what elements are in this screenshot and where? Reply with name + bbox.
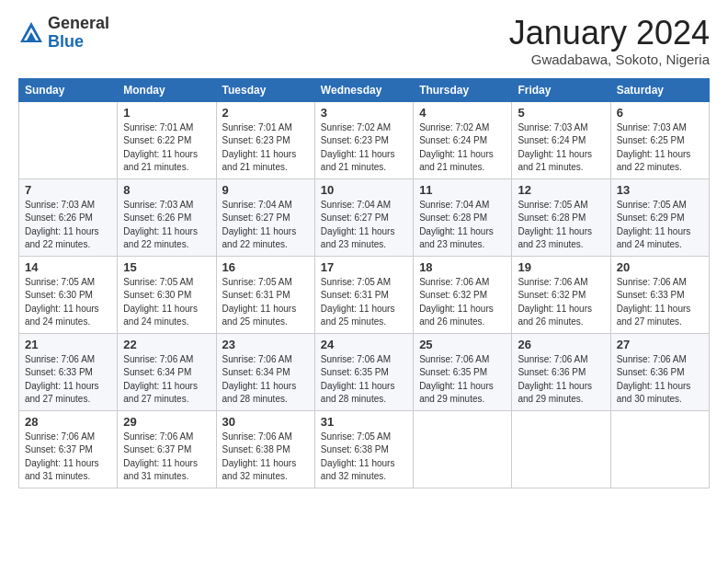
day-number: 21	[25, 338, 111, 351]
day-info: Sunrise: 7:06 AM Sunset: 6:38 PM Dayligh…	[222, 431, 309, 484]
day-number: 10	[321, 183, 407, 197]
week-row: 14Sunrise: 7:05 AM Sunset: 6:30 PM Dayli…	[19, 256, 710, 333]
logo: General Blue	[18, 15, 109, 52]
header-cell-friday: Friday	[512, 78, 610, 101]
day-info: Sunrise: 7:05 AM Sunset: 6:28 PM Dayligh…	[518, 199, 604, 252]
day-info: Sunrise: 7:06 AM Sunset: 6:36 PM Dayligh…	[518, 353, 604, 407]
day-number: 14	[25, 260, 111, 274]
day-info: Sunrise: 7:06 AM Sunset: 6:36 PM Dayligh…	[617, 353, 703, 407]
day-cell: 17Sunrise: 7:05 AM Sunset: 6:31 PM Dayli…	[314, 256, 413, 333]
day-cell: 3Sunrise: 7:02 AM Sunset: 6:23 PM Daylig…	[314, 101, 413, 178]
day-cell: 28Sunrise: 7:06 AM Sunset: 6:37 PM Dayli…	[19, 410, 118, 488]
day-info: Sunrise: 7:06 AM Sunset: 6:32 PM Dayligh…	[518, 276, 604, 329]
day-number: 19	[518, 260, 604, 274]
day-number: 1	[123, 106, 210, 120]
calendar-header: SundayMondayTuesdayWednesdayThursdayFrid…	[19, 78, 710, 101]
month-title: January 2024	[509, 15, 710, 52]
day-number: 2	[222, 106, 309, 120]
header-cell-monday: Monday	[118, 78, 216, 101]
header-cell-thursday: Thursday	[414, 78, 512, 101]
day-cell: 6Sunrise: 7:03 AM Sunset: 6:25 PM Daylig…	[610, 101, 709, 178]
logo-icon	[18, 20, 44, 46]
day-number: 5	[518, 106, 604, 120]
day-info: Sunrise: 7:06 AM Sunset: 6:34 PM Dayligh…	[222, 353, 309, 407]
day-cell: 30Sunrise: 7:06 AM Sunset: 6:38 PM Dayli…	[216, 410, 314, 488]
day-number: 11	[419, 183, 506, 197]
day-cell: 26Sunrise: 7:06 AM Sunset: 6:36 PM Dayli…	[512, 333, 610, 410]
logo-general-text: General	[48, 15, 109, 33]
location: Gwadabawa, Sokoto, Nigeria	[509, 52, 710, 67]
day-info: Sunrise: 7:05 AM Sunset: 6:29 PM Dayligh…	[617, 199, 703, 252]
day-cell: 19Sunrise: 7:06 AM Sunset: 6:32 PM Dayli…	[512, 256, 610, 333]
header-cell-wednesday: Wednesday	[314, 78, 413, 101]
day-number: 26	[518, 338, 604, 351]
day-cell: 29Sunrise: 7:06 AM Sunset: 6:37 PM Dayli…	[118, 410, 216, 488]
day-cell: 22Sunrise: 7:06 AM Sunset: 6:34 PM Dayli…	[118, 333, 216, 410]
day-number: 17	[321, 260, 407, 274]
day-info: Sunrise: 7:02 AM Sunset: 6:23 PM Dayligh…	[321, 121, 407, 175]
day-cell: 20Sunrise: 7:06 AM Sunset: 6:33 PM Dayli…	[610, 256, 709, 333]
day-info: Sunrise: 7:05 AM Sunset: 6:31 PM Dayligh…	[222, 276, 309, 329]
day-cell: 10Sunrise: 7:04 AM Sunset: 6:27 PM Dayli…	[314, 178, 413, 256]
day-info: Sunrise: 7:03 AM Sunset: 6:25 PM Dayligh…	[617, 121, 703, 175]
week-row: 7Sunrise: 7:03 AM Sunset: 6:26 PM Daylig…	[19, 178, 710, 256]
day-number: 12	[518, 183, 604, 197]
day-number: 31	[321, 415, 407, 429]
day-info: Sunrise: 7:06 AM Sunset: 6:35 PM Dayligh…	[419, 353, 506, 407]
day-cell: 12Sunrise: 7:05 AM Sunset: 6:28 PM Dayli…	[512, 178, 610, 256]
day-info: Sunrise: 7:04 AM Sunset: 6:28 PM Dayligh…	[419, 199, 506, 252]
week-row: 28Sunrise: 7:06 AM Sunset: 6:37 PM Dayli…	[19, 410, 710, 488]
day-number: 20	[617, 260, 703, 274]
week-row: 21Sunrise: 7:06 AM Sunset: 6:33 PM Dayli…	[19, 333, 710, 410]
calendar-body: 1Sunrise: 7:01 AM Sunset: 6:22 PM Daylig…	[19, 101, 710, 488]
day-number: 30	[222, 415, 309, 429]
day-cell	[512, 410, 610, 488]
day-cell: 24Sunrise: 7:06 AM Sunset: 6:35 PM Dayli…	[314, 333, 413, 410]
day-info: Sunrise: 7:06 AM Sunset: 6:33 PM Dayligh…	[617, 276, 703, 329]
day-number: 18	[419, 260, 506, 274]
day-cell: 1Sunrise: 7:01 AM Sunset: 6:22 PM Daylig…	[118, 101, 216, 178]
day-number: 28	[25, 415, 111, 429]
day-number: 15	[123, 260, 210, 274]
day-number: 7	[25, 183, 111, 197]
day-cell	[414, 410, 512, 488]
logo-text: General Blue	[48, 15, 109, 52]
day-cell: 9Sunrise: 7:04 AM Sunset: 6:27 PM Daylig…	[216, 178, 314, 256]
day-info: Sunrise: 7:05 AM Sunset: 6:30 PM Dayligh…	[123, 276, 210, 329]
day-cell: 4Sunrise: 7:02 AM Sunset: 6:24 PM Daylig…	[414, 101, 512, 178]
day-number: 25	[419, 338, 506, 351]
day-number: 22	[123, 338, 210, 351]
day-number: 8	[123, 183, 210, 197]
day-info: Sunrise: 7:06 AM Sunset: 6:37 PM Dayligh…	[123, 431, 210, 484]
header-cell-sunday: Sunday	[19, 78, 118, 101]
day-cell: 5Sunrise: 7:03 AM Sunset: 6:24 PM Daylig…	[512, 101, 610, 178]
day-number: 9	[222, 183, 309, 197]
day-number: 23	[222, 338, 309, 351]
day-cell: 2Sunrise: 7:01 AM Sunset: 6:23 PM Daylig…	[216, 101, 314, 178]
day-info: Sunrise: 7:06 AM Sunset: 6:35 PM Dayligh…	[321, 353, 407, 407]
day-number: 13	[617, 183, 703, 197]
calendar-table: SundayMondayTuesdayWednesdayThursdayFrid…	[18, 78, 710, 488]
day-cell: 13Sunrise: 7:05 AM Sunset: 6:29 PM Dayli…	[610, 178, 709, 256]
day-number: 3	[321, 106, 407, 120]
day-info: Sunrise: 7:03 AM Sunset: 6:26 PM Dayligh…	[123, 199, 210, 252]
day-cell: 15Sunrise: 7:05 AM Sunset: 6:30 PM Dayli…	[118, 256, 216, 333]
day-cell: 27Sunrise: 7:06 AM Sunset: 6:36 PM Dayli…	[610, 333, 709, 410]
header-row: SundayMondayTuesdayWednesdayThursdayFrid…	[19, 78, 710, 101]
day-cell: 16Sunrise: 7:05 AM Sunset: 6:31 PM Dayli…	[216, 256, 314, 333]
day-cell: 7Sunrise: 7:03 AM Sunset: 6:26 PM Daylig…	[19, 178, 118, 256]
day-cell: 8Sunrise: 7:03 AM Sunset: 6:26 PM Daylig…	[118, 178, 216, 256]
day-info: Sunrise: 7:06 AM Sunset: 6:34 PM Dayligh…	[123, 353, 210, 407]
day-info: Sunrise: 7:04 AM Sunset: 6:27 PM Dayligh…	[222, 199, 309, 252]
day-cell: 25Sunrise: 7:06 AM Sunset: 6:35 PM Dayli…	[414, 333, 512, 410]
day-info: Sunrise: 7:01 AM Sunset: 6:22 PM Dayligh…	[123, 121, 210, 175]
day-number: 24	[321, 338, 407, 351]
day-info: Sunrise: 7:06 AM Sunset: 6:37 PM Dayligh…	[25, 431, 111, 484]
logo-blue-text: Blue	[48, 33, 109, 52]
day-info: Sunrise: 7:05 AM Sunset: 6:31 PM Dayligh…	[321, 276, 407, 329]
day-cell: 31Sunrise: 7:05 AM Sunset: 6:38 PM Dayli…	[314, 410, 413, 488]
day-number: 6	[617, 106, 703, 120]
day-info: Sunrise: 7:04 AM Sunset: 6:27 PM Dayligh…	[321, 199, 407, 252]
day-number: 4	[419, 106, 506, 120]
day-number: 29	[123, 415, 210, 429]
